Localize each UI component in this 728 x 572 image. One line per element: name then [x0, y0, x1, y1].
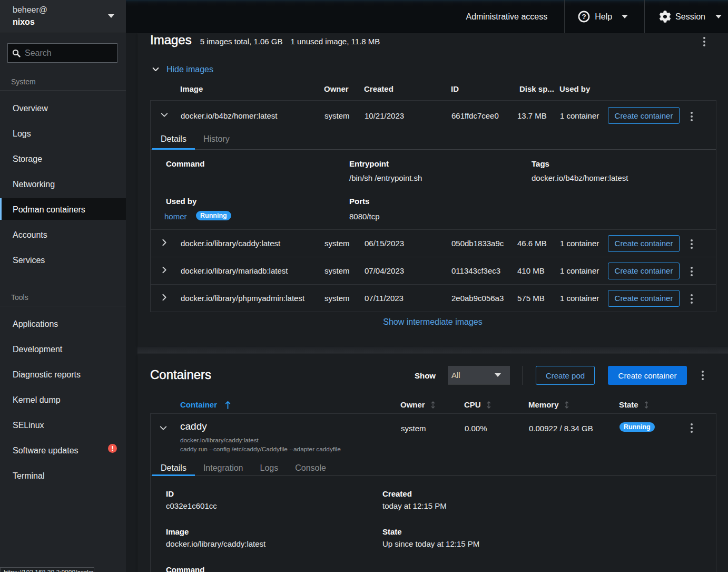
- svg-text:?: ?: [582, 13, 586, 21]
